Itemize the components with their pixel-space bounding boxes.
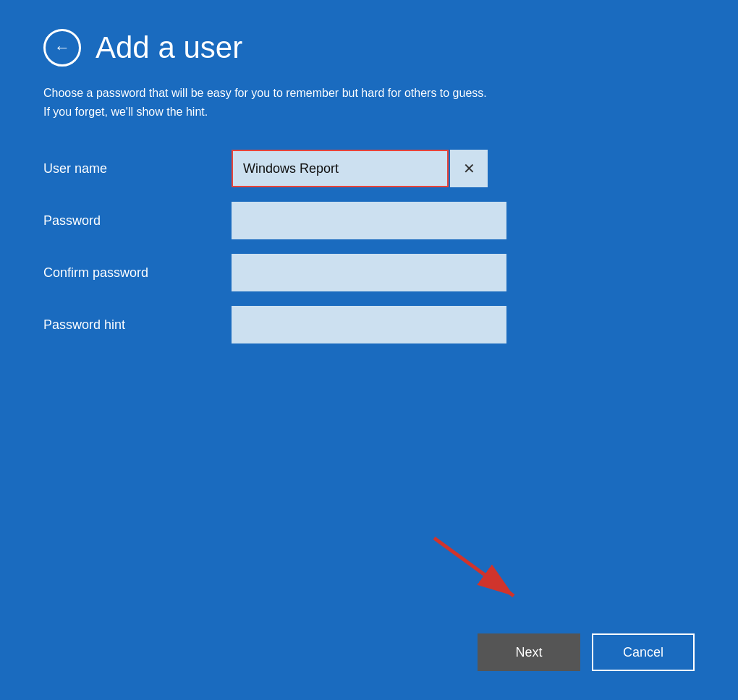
subtitle-line2: If you forget, we'll show the hint. <box>43 106 208 118</box>
back-button[interactable]: ← <box>43 29 81 67</box>
next-button[interactable]: Next <box>478 633 580 671</box>
bottom-section: Next Cancel <box>478 633 695 671</box>
header: ← Add a user <box>43 29 695 67</box>
password-hint-row: Password hint <box>43 306 695 343</box>
page-container: ← Add a user Choose a password that will… <box>0 0 738 700</box>
username-input-wrapper: ✕ <box>232 150 488 187</box>
form-container: User name ✕ Password Confirm password Pa… <box>43 150 695 343</box>
confirm-password-row: Confirm password <box>43 254 695 291</box>
cancel-button[interactable]: Cancel <box>592 633 695 671</box>
subtitle: Choose a password that will be easy for … <box>43 84 550 121</box>
clear-username-button[interactable]: ✕ <box>450 150 488 187</box>
username-label: User name <box>43 161 203 176</box>
password-hint-input[interactable] <box>232 306 506 343</box>
username-input[interactable] <box>232 150 449 187</box>
back-arrow-icon: ← <box>54 40 70 56</box>
confirm-password-input[interactable] <box>232 254 506 291</box>
password-label: Password <box>43 213 203 229</box>
password-hint-label: Password hint <box>43 317 203 333</box>
confirm-password-label: Confirm password <box>43 265 203 281</box>
subtitle-line1: Choose a password that will be easy for … <box>43 87 487 99</box>
page-title: Add a user <box>96 30 242 65</box>
clear-icon: ✕ <box>463 160 475 177</box>
password-row: Password <box>43 202 695 239</box>
password-input[interactable] <box>232 202 506 239</box>
username-row: User name ✕ <box>43 150 695 187</box>
